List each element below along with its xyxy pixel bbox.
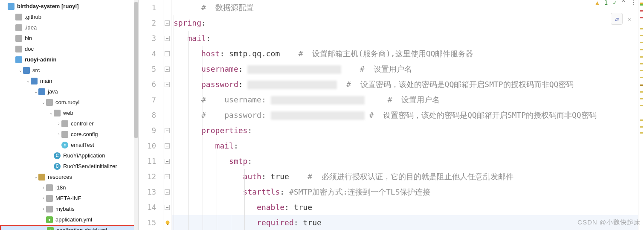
minimap-mark[interactable] <box>640 3 643 4</box>
code-line[interactable]: spring: <box>172 15 638 31</box>
chevron-icon[interactable]: › <box>41 196 46 201</box>
tree-item[interactable]: ⌄main <box>0 76 138 86</box>
minimap-mark[interactable] <box>640 42 643 43</box>
code-line[interactable]: # 数据源配置 <box>172 0 638 15</box>
chevron-icon[interactable]: ⌄ <box>41 100 46 105</box>
minimap-mark[interactable] <box>640 84 643 86</box>
tree-item[interactable]: ⌄web <box>0 108 138 118</box>
src-icon <box>31 78 38 84</box>
tree-item[interactable]: ruoyi-admin <box>0 54 138 65</box>
tree-item[interactable]: ●application.yml <box>0 214 138 225</box>
settings-icon[interactable]: ^ <box>622 0 625 6</box>
chevron-icon[interactable]: › <box>41 185 46 190</box>
minimap-mark[interactable] <box>640 119 643 121</box>
code-line[interactable]: enable: true <box>172 200 638 215</box>
minimap-mark[interactable] <box>640 63 643 64</box>
minimap-toggle-icon[interactable]: m <box>611 13 623 25</box>
minimap-mark[interactable] <box>640 35 643 36</box>
editor-minimap[interactable] <box>638 0 644 230</box>
tree-item-label: application-druid.yml <box>56 227 107 230</box>
tree-item[interactable]: ›mybatis <box>0 204 138 214</box>
minimap-mark[interactable] <box>640 77 643 78</box>
minimap-mark[interactable] <box>640 105 643 106</box>
chevron-icon[interactable]: ⌄ <box>26 79 31 83</box>
fold-toggle-icon[interactable] <box>165 82 170 87</box>
minimap-mark[interactable] <box>640 49 643 50</box>
chevron-icon[interactable]: › <box>41 207 46 211</box>
code-line[interactable]: username: # 设置用户名 <box>172 61 638 77</box>
code-line[interactable]: # username: # 设置用户名 <box>172 92 638 108</box>
fold-toggle-icon[interactable] <box>165 159 170 164</box>
yaml-value: smtp.qq.com <box>229 49 280 58</box>
minimap-mark[interactable] <box>640 98 643 99</box>
minimap-mark[interactable] <box>640 132 643 134</box>
minimap-mark[interactable] <box>640 4 643 6</box>
folder-icon <box>15 35 22 42</box>
tree-item[interactable]: ›i18n <box>0 182 138 193</box>
line-number: 2 <box>139 15 163 31</box>
chevron-icon[interactable]: ⌄ <box>18 68 23 73</box>
line-number: 1 <box>139 0 163 15</box>
tree-item[interactable]: doc <box>0 44 138 54</box>
fold-toggle-icon[interactable] <box>165 67 170 72</box>
intention-bulb-icon[interactable] <box>165 220 171 226</box>
tree-item[interactable]: CRuoYiServletInitializer <box>0 161 138 172</box>
tree-item[interactable]: ›controller <box>0 118 138 129</box>
fold-toggle-icon[interactable] <box>165 128 170 133</box>
yaml-value: : <box>280 187 289 196</box>
code-line[interactable]: password: # 设置密码，该处的密码是QQ邮箱开启SMTP的授权码而非Q… <box>172 77 638 92</box>
fold-toggle-icon[interactable] <box>165 36 170 41</box>
code-line[interactable]: mail: <box>172 138 638 154</box>
tree-item[interactable]: birthday-system [ruoyi] <box>0 1 138 12</box>
code-line[interactable]: host: smtp.qq.com # 设置邮箱主机(服务商),这里使用QQ邮件… <box>172 46 638 61</box>
module-icon <box>8 3 15 10</box>
project-tree-panel: birthday-system [ruoyi].github.ideabindo… <box>0 0 139 230</box>
tree-item[interactable]: .idea <box>0 22 138 33</box>
tree-item[interactable]: CRuoYiApplication <box>0 150 138 161</box>
inspection-widget[interactable]: ▲ 1 ✓ ^ ⋮ <box>595 0 636 6</box>
fold-toggle-icon[interactable] <box>165 174 170 179</box>
tree-item[interactable]: ●application-druid.yml <box>0 225 138 230</box>
minimap-mark[interactable] <box>640 91 643 93</box>
tree-item[interactable]: ⌄src <box>0 65 138 76</box>
tree-item[interactable]: .github <box>0 12 138 22</box>
tree-item[interactable]: cemailTest <box>0 140 138 150</box>
yaml-value <box>289 172 307 181</box>
code-line[interactable]: starttls: #SMTP加密方式:连接到一个TLS保护连接 <box>172 184 638 200</box>
fold-toggle-icon[interactable] <box>165 51 170 56</box>
chevron-icon[interactable]: ⌄ <box>49 111 54 115</box>
tree-item[interactable]: ⌄java <box>0 86 138 97</box>
fold-toggle-icon[interactable] <box>165 189 170 195</box>
code-area[interactable]: # 数据源配置spring: mail: host: smtp.qq.com #… <box>172 0 638 230</box>
close-hint-icon[interactable]: ✕ <box>624 13 635 25</box>
tree-item-label: ruoyi-admin <box>25 56 56 63</box>
more-icon[interactable]: ⋮ <box>630 0 636 6</box>
code-line[interactable]: mail: <box>172 31 638 46</box>
fold-toggle-icon[interactable] <box>165 205 170 210</box>
tree-item[interactable]: ⌄com.ruoyi <box>0 97 138 108</box>
minimap-mark[interactable] <box>640 56 643 58</box>
chevron-icon[interactable]: › <box>56 121 61 126</box>
chevron-icon[interactable]: › <box>56 132 61 137</box>
minimap-mark[interactable] <box>640 126 643 128</box>
tree-item[interactable]: ›core.config <box>0 129 138 140</box>
tree-item[interactable]: bin <box>0 33 138 44</box>
minimap-mark[interactable] <box>640 10 643 12</box>
code-line[interactable]: # password: # 设置密码，该处的密码是QQ邮箱开启SMTP的授权码而… <box>172 108 638 123</box>
tree-item[interactable]: ⌄resources <box>0 172 138 182</box>
fold-toggle-icon[interactable] <box>165 143 170 148</box>
tree-scrollbar[interactable] <box>134 0 138 230</box>
yaml-key: password <box>201 80 238 89</box>
minimap-mark[interactable] <box>640 70 643 71</box>
code-line[interactable]: required: true <box>172 215 638 230</box>
chevron-icon[interactable]: ⌄ <box>33 175 38 179</box>
tree-item[interactable]: ›META-INF <box>0 193 138 204</box>
fold-toggle-icon[interactable] <box>165 20 170 26</box>
fold-gutter <box>163 0 172 230</box>
code-line[interactable]: auth: true # 必须进行授权认证，它的目的就是阻止他人任意乱发邮件 <box>172 169 638 184</box>
minimap-mark[interactable] <box>640 28 643 29</box>
code-line[interactable]: properties: <box>172 123 638 138</box>
chevron-icon[interactable]: ⌄ <box>33 89 38 94</box>
minimap-mark[interactable] <box>640 17 643 18</box>
code-line[interactable]: smtp: <box>172 154 638 169</box>
